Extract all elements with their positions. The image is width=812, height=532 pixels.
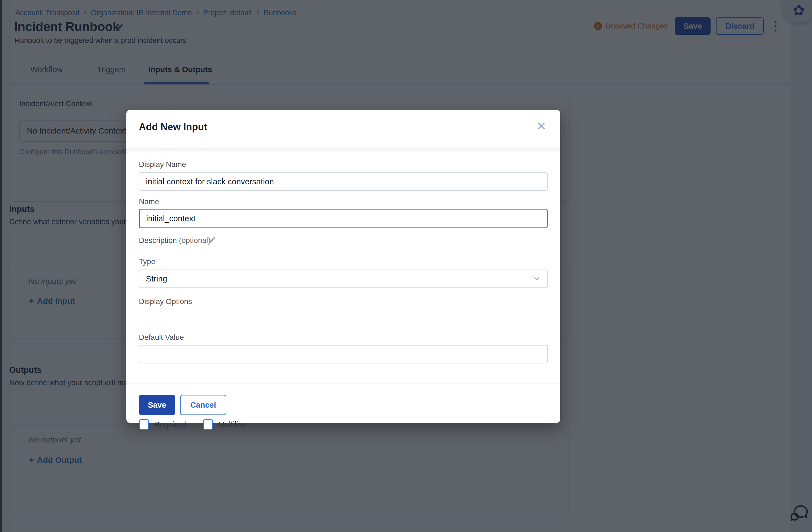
add-new-input-modal: Add New Input ✕ Display Name Name Descri… <box>126 110 560 423</box>
display-name-label: Display Name <box>139 160 186 169</box>
modal-title: Add New Input <box>139 121 207 133</box>
default-value-input[interactable] <box>139 345 548 363</box>
runbook-page: Account: Transposit › Organization: IR I… <box>0 0 812 532</box>
description-label: Description (optional) <box>139 236 211 245</box>
modal-save-button[interactable]: Save <box>139 395 175 415</box>
description-optional-hint: (optional) <box>179 236 211 244</box>
name-input[interactable] <box>139 209 548 228</box>
display-options-label: Display Options <box>139 297 192 306</box>
name-label: Name <box>139 197 159 206</box>
type-select-value: String <box>146 274 167 283</box>
modal-header: Add New Input ✕ <box>126 110 560 149</box>
display-options-row: Required Multiline <box>139 419 247 430</box>
default-value-label: Default Value <box>139 333 184 342</box>
display-name-input[interactable] <box>139 172 548 191</box>
required-checkbox[interactable] <box>139 419 149 430</box>
edit-description-pencil-icon[interactable] <box>208 236 216 244</box>
multiline-checkbox-label: Multiline <box>218 420 247 429</box>
chevron-down-icon <box>533 275 541 283</box>
required-checkbox-label: Required <box>154 420 186 429</box>
type-label: Type <box>139 257 155 266</box>
type-select[interactable]: String <box>139 269 548 288</box>
modal-cancel-button[interactable]: Cancel <box>180 395 226 415</box>
close-icon[interactable]: ✕ <box>536 120 546 132</box>
modal-footer-divider <box>126 383 560 384</box>
multiline-checkbox[interactable] <box>203 419 213 430</box>
